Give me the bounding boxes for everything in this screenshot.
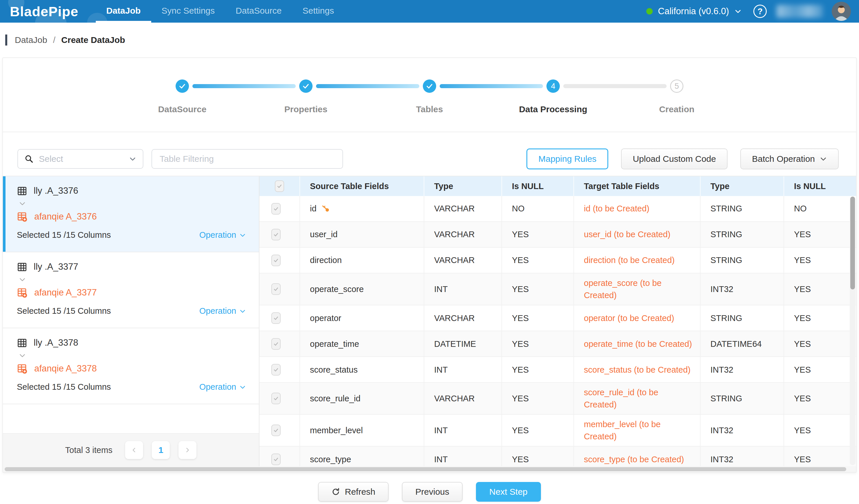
- source-field-name: score_rule_id: [310, 392, 360, 405]
- target-field-name[interactable]: user_id (to be Created): [574, 222, 700, 247]
- nav-item-datajob[interactable]: DataJob: [96, 0, 151, 22]
- item-footer: Selected 15 /15 Columns Operation: [17, 306, 248, 316]
- source-field-name: operate_score: [310, 283, 364, 295]
- region-selector[interactable]: California (v0.6.0): [646, 6, 742, 17]
- column-header: Is NULL: [502, 176, 574, 196]
- refresh-icon: [331, 487, 340, 496]
- next-step-button[interactable]: Next Step: [476, 482, 541, 502]
- source-is-null: YES: [502, 415, 574, 446]
- step-data-processing: 4 Data Processing: [546, 79, 560, 93]
- help-icon[interactable]: ?: [753, 5, 767, 18]
- row-checkbox[interactable]: [271, 364, 281, 376]
- step-label: Tables: [416, 105, 443, 114]
- upload-custom-code-button[interactable]: Upload Custom Code: [621, 148, 727, 169]
- target-field-type: STRING: [700, 248, 784, 273]
- app-logo: BladePipe: [10, 3, 78, 19]
- row-checkbox[interactable]: [271, 393, 281, 404]
- row-checkbox[interactable]: [271, 283, 281, 295]
- expand-chevron-icon[interactable]: [18, 352, 248, 360]
- prev-page-button[interactable]: [125, 441, 143, 459]
- column-header: Type: [424, 176, 502, 196]
- row-checkbox[interactable]: [271, 454, 281, 465]
- table-icon: [17, 337, 27, 348]
- source-field-type: DATETIME: [424, 331, 502, 357]
- target-is-null: YES: [784, 357, 856, 382]
- main-card: DataSource Properties Tables 4 Data Proc…: [2, 58, 857, 473]
- step-label: Data Processing: [519, 105, 587, 114]
- table-filtering-input[interactable]: [151, 149, 343, 169]
- item-footer: Selected 15 /15 Columns Operation: [17, 382, 248, 392]
- source-table-row: lly .A_3377: [17, 262, 248, 272]
- mapping-rules-button[interactable]: Mapping Rules: [526, 148, 608, 169]
- table-pair-item[interactable]: lly .A_3376 afanqie A_3376 Selected 15 /…: [3, 176, 259, 252]
- table-pair-item[interactable]: lly .A_3377 afanqie A_3377 Selected 15 /…: [3, 252, 259, 328]
- row-checkbox[interactable]: [271, 255, 281, 266]
- page-number-button[interactable]: 1: [152, 441, 170, 459]
- row-checkbox[interactable]: [271, 338, 281, 350]
- source-is-null: YES: [502, 331, 574, 357]
- row-checkbox[interactable]: [271, 229, 281, 240]
- row-checkbox[interactable]: [271, 425, 281, 436]
- search-icon: [25, 154, 34, 163]
- select-all-checkbox[interactable]: [275, 180, 284, 192]
- operation-dropdown[interactable]: Operation: [199, 306, 246, 316]
- expand-chevron-icon[interactable]: [18, 276, 248, 284]
- target-is-null: YES: [784, 273, 856, 305]
- step-datasource: DataSource: [176, 79, 189, 93]
- target-field-name[interactable]: member_level (to be Created): [574, 415, 700, 446]
- source-table-row: lly .A_3378: [17, 337, 248, 348]
- breadcrumb-parent[interactable]: DataJob: [15, 35, 47, 45]
- target-field-type: INT32: [700, 273, 784, 305]
- target-field-name[interactable]: operate_time (to be Created): [574, 331, 700, 357]
- operation-dropdown[interactable]: Operation: [199, 382, 246, 392]
- target-field-name[interactable]: score_rule_id (to be Created): [574, 383, 700, 414]
- row-checkbox[interactable]: [271, 203, 281, 215]
- page-title: Create DataJob: [61, 35, 125, 45]
- target-is-null: YES: [784, 222, 856, 247]
- navbar-right: California (v0.6.0) ?: [646, 2, 851, 21]
- source-field-type: INT: [424, 357, 502, 382]
- chevron-down-icon: [239, 384, 246, 391]
- vertical-scrollbar[interactable]: [850, 196, 856, 465]
- operation-dropdown[interactable]: Operation: [199, 230, 246, 240]
- target-field-name[interactable]: operate_score (to be Created): [574, 273, 700, 305]
- table-row: member_level INT YES member_level (to be…: [259, 415, 856, 446]
- horizontal-scrollbar[interactable]: [3, 466, 856, 472]
- refresh-button[interactable]: Refresh: [318, 482, 389, 502]
- target-field-name[interactable]: score_status (to be Created): [574, 357, 700, 382]
- nav-item-settings[interactable]: Settings: [292, 0, 344, 22]
- row-checkbox[interactable]: [271, 312, 281, 324]
- breadcrumb: DataJob / Create DataJob: [0, 22, 859, 58]
- avatar[interactable]: [832, 2, 851, 21]
- vertical-scrollbar-thumb[interactable]: [850, 196, 855, 289]
- target-field-type: INT32: [700, 357, 784, 382]
- source-table-row: lly .A_3376: [17, 186, 248, 196]
- target-field-type: STRING: [700, 305, 784, 331]
- step-connector: [192, 84, 296, 88]
- step-check-icon: [176, 79, 189, 93]
- target-field-name[interactable]: id (to be Created): [574, 196, 700, 221]
- total-items-label: Total 3 items: [65, 445, 112, 455]
- step-tables: Tables: [423, 79, 436, 93]
- selected-columns-label: Selected 15 /15 Columns: [17, 382, 111, 392]
- table-pair-item[interactable]: lly .A_3378 afanqie A_3378 Selected 15 /…: [3, 328, 259, 404]
- batch-operation-button[interactable]: Batch Operation: [740, 148, 839, 169]
- next-page-button[interactable]: [179, 441, 196, 459]
- expand-chevron-icon[interactable]: [18, 200, 248, 208]
- previous-button[interactable]: Previous: [402, 482, 463, 502]
- source-field-name: score_type: [310, 453, 351, 466]
- chevron-down-icon: [239, 232, 246, 239]
- column-header: Is NULL: [784, 176, 856, 196]
- source-is-null: YES: [502, 383, 574, 414]
- nav-item-datasource[interactable]: DataSource: [225, 0, 292, 22]
- target-field-name[interactable]: operator (to be Created): [574, 305, 700, 331]
- target-field-name[interactable]: direction (to be Created): [574, 248, 700, 273]
- chevron-down-icon: [129, 155, 136, 163]
- table-select-dropdown[interactable]: Select: [17, 149, 144, 169]
- source-table-name: lly .A_3378: [34, 337, 78, 348]
- select-placeholder: Select: [39, 154, 124, 164]
- table-row: score_status INT YES score_status (to be…: [259, 357, 856, 383]
- table-row: score_rule_id VARCHAR YES score_rule_id …: [259, 383, 856, 415]
- nav-item-sync-settings[interactable]: Sync Settings: [151, 0, 225, 22]
- horizontal-scrollbar-thumb[interactable]: [5, 467, 846, 471]
